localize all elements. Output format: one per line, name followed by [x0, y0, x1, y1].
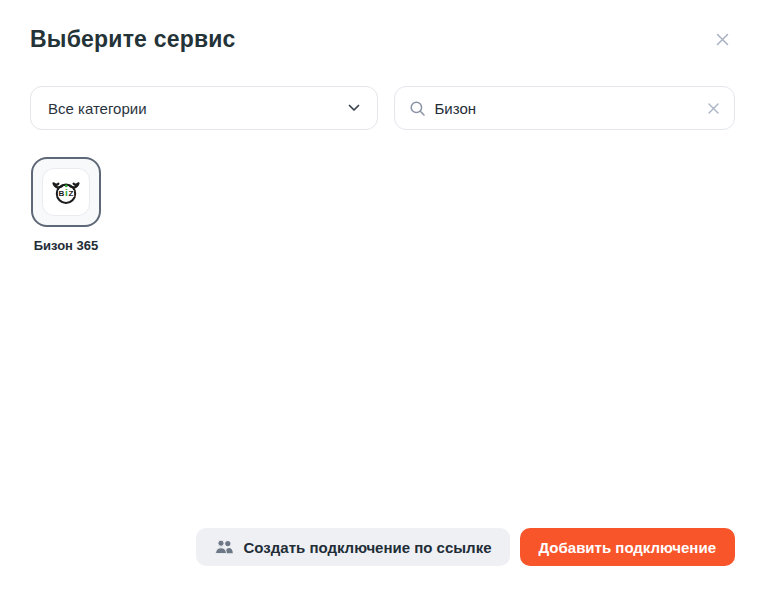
modal-footer: Создать подключение по ссылке Добавить п… — [30, 528, 735, 566]
page-title: Выберите сервис — [30, 26, 236, 53]
logo-letter-z: Z — [69, 189, 74, 198]
clear-icon — [707, 102, 720, 115]
service-logo-tile: B i Z — [42, 168, 90, 216]
search-box — [394, 86, 736, 130]
create-link-connection-label: Создать подключение по ссылке — [244, 539, 492, 556]
services-grid: B i Z Бизон 365 — [30, 157, 735, 528]
filter-row: Все категории — [30, 86, 735, 130]
service-name-label: Бизон 365 — [34, 238, 99, 253]
clear-search-button[interactable] — [707, 102, 720, 115]
logo-letter-b: B — [59, 189, 65, 198]
users-icon — [214, 539, 235, 555]
create-link-connection-button[interactable]: Создать подключение по ссылке — [196, 528, 510, 566]
chevron-down-icon — [348, 104, 360, 112]
bizon-365-logo-icon: B i Z — [48, 174, 84, 210]
service-card-box: B i Z — [31, 157, 101, 227]
close-button[interactable] — [709, 27, 735, 53]
add-connection-button[interactable]: Добавить подключение — [520, 528, 736, 566]
category-dropdown[interactable]: Все категории — [30, 86, 378, 130]
modal-header: Выберите сервис — [30, 26, 735, 53]
close-icon — [715, 32, 730, 47]
logo-letter-i: i — [65, 187, 68, 198]
category-dropdown-value: Все категории — [48, 100, 147, 117]
service-card-bizon-365[interactable]: B i Z Бизон 365 — [30, 157, 102, 253]
search-icon — [409, 100, 426, 117]
search-input[interactable] — [435, 100, 699, 117]
